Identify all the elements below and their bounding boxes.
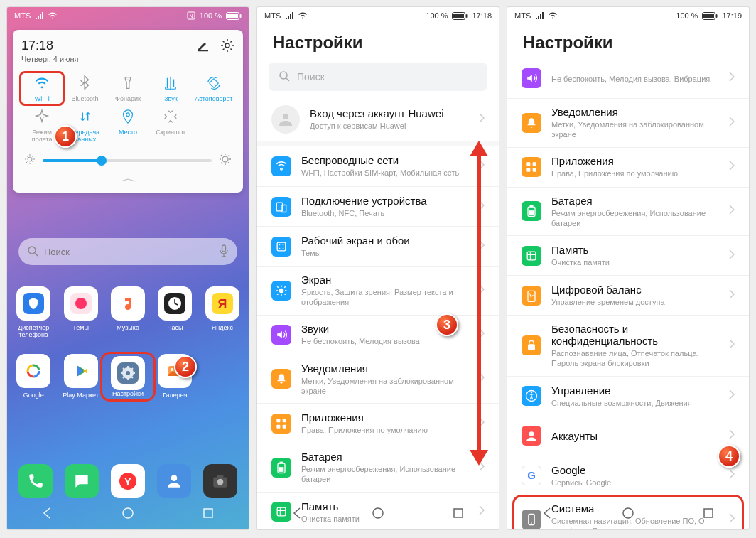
svg-rect-51 [277, 242, 286, 251]
settings-highlight: Настройки [100, 352, 156, 402]
svg-text:N: N [189, 14, 193, 18]
settings-list[interactable]: Не беспокоить, Мелодия вызова, ВибрацияУ… [507, 58, 749, 529]
tile-wifi[interactable]: Wi-Fi [21, 73, 63, 104]
edit-icon[interactable] [196, 38, 210, 55]
page-title: Настройки [507, 24, 749, 58]
settings-row-battery[interactable]: БатареяРежим энергосбережения, Использов… [257, 443, 499, 492]
chevron-right-icon [729, 339, 735, 352]
settings-row-memory[interactable]: ПамятьОчистка памяти [507, 235, 749, 275]
accounts-icon [522, 426, 541, 446]
memory-icon [522, 246, 541, 266]
nav-recents-icon[interactable] [701, 505, 716, 524]
nav-home-icon[interactable] [620, 505, 636, 524]
settings-row-accounts[interactable]: Аккаунты [507, 416, 749, 456]
nav-home-icon[interactable] [370, 505, 386, 524]
app-диспетчер-телефона[interactable]: Диспетчер телефона [10, 286, 57, 338]
settings-row-sounds-partial[interactable]: Не беспокоить, Мелодия вызова, Вибрация [507, 58, 749, 98]
settings-row-google[interactable]: GGoogleСервисы Google [507, 456, 749, 495]
svg-rect-87 [704, 509, 713, 517]
chevron-right-icon [479, 372, 485, 385]
settings-row-wireless[interactable]: Беспроводные сетиWi-Fi, Настройки SIM-ка… [257, 146, 499, 186]
app-label: Часы [167, 324, 183, 331]
settings-search[interactable]: Поиск [269, 63, 487, 91]
devices-icon [271, 197, 291, 217]
chevron-right-icon [729, 469, 735, 482]
svg-rect-60 [283, 424, 286, 428]
settings-row-battery[interactable]: БатареяРежим энергосбережения, Использов… [507, 187, 749, 236]
app-настройки[interactable]: Настройки [104, 354, 151, 399]
row-subtitle: Специальные возможности, Движения [551, 398, 719, 408]
signal-icon [535, 12, 544, 19]
settings-row-devices[interactable]: Подключение устройстваBluetooth, NFC, Пе… [257, 186, 499, 226]
tile-label: Скриншот [156, 129, 186, 136]
app-label: Диспетчер телефона [10, 324, 57, 338]
panel-handle[interactable] [21, 173, 234, 185]
app-яндекс[interactable]: ЯЯндекс [199, 286, 246, 338]
app-google[interactable]: Google [10, 354, 57, 399]
app-часы[interactable]: Часы [151, 286, 198, 338]
tile-sound[interactable]: Звук [150, 73, 191, 104]
app-icon: Я [205, 286, 239, 321]
settings-row-digital[interactable]: Цифровой балансУправление временем досту… [507, 275, 749, 315]
nav-home-icon[interactable] [120, 505, 136, 524]
row-title: Google [551, 464, 719, 476]
app-темы[interactable]: Темы [57, 286, 104, 338]
nav-recents-icon[interactable] [200, 505, 216, 524]
settings-row-home[interactable]: Рабочий экран и обоиТемы [257, 226, 499, 266]
chevron-right-icon [479, 200, 485, 213]
notifications-icon [271, 369, 291, 389]
tile-autorotate[interactable]: Автоповорот [193, 73, 234, 104]
security-icon [522, 335, 541, 355]
dock-browser[interactable]: Y [105, 464, 151, 498]
nav-back-icon[interactable] [540, 505, 556, 524]
row-subtitle: Права, Приложения по умолчанию [551, 168, 719, 178]
brightness-slider[interactable] [43, 159, 212, 162]
search-placeholder: Поиск [297, 71, 325, 82]
google-icon: G [522, 466, 541, 485]
dock-contacts[interactable] [151, 464, 197, 498]
svg-point-38 [171, 475, 177, 481]
settings-row-apps[interactable]: ПриложенияПрава, Приложения по умолчанию [507, 147, 749, 187]
svg-point-53 [283, 244, 284, 245]
nav-back-icon[interactable] [290, 505, 306, 524]
tile-flashlight[interactable]: Фонарик [107, 73, 148, 104]
dock-messages[interactable] [59, 464, 105, 498]
svg-rect-57 [276, 419, 280, 422]
tile-screenshot[interactable]: Скриншот [150, 107, 191, 144]
dock-camera[interactable] [197, 464, 243, 498]
app-play-маркет[interactable]: Play Маркет [57, 354, 104, 399]
mic-icon[interactable] [219, 244, 229, 259]
svg-rect-75 [530, 205, 534, 208]
bluetooth-icon [77, 75, 94, 92]
svg-point-55 [283, 247, 284, 249]
svg-point-52 [279, 244, 281, 245]
settings-row-notifications[interactable]: УведомленияМетки, Уведомления на заблоки… [257, 355, 499, 404]
row-subtitle: Управление временем доступа [551, 297, 719, 307]
settings-row-security[interactable]: Безопасность и конфиденциальностьРаспозн… [507, 315, 749, 376]
svg-point-9 [126, 113, 130, 117]
row-title: Батарея [301, 451, 469, 463]
tile-bluetooth[interactable]: Bluetooth [64, 73, 105, 104]
svg-point-47 [280, 72, 287, 79]
settings-row-apps[interactable]: ПриложенияПрава, Приложения по умолчанию [257, 403, 499, 443]
tile-location[interactable]: Место [107, 107, 148, 144]
status-bar: MTS 100 % 17:18 [257, 7, 499, 24]
row-subtitle: Права, Приложения по умолчанию [301, 425, 469, 435]
home-search-bar[interactable]: Поиск [18, 238, 237, 265]
settings-row-sounds[interactable]: ЗвукиНе беспокоить, Мелодия вызова [257, 315, 499, 355]
dock-phone[interactable] [13, 464, 59, 498]
settings-row-accessibility[interactable]: УправлениеСпециальные возможности, Движе… [507, 376, 749, 416]
settings-row-display[interactable]: ЭкранЯркость, Защита зрения, Размер текс… [257, 266, 499, 315]
huawei-account-row[interactable]: Вход через аккаунт Huawei Доступ к серви… [257, 98, 499, 141]
svg-point-32 [126, 371, 130, 375]
settings-list[interactable]: Вход через аккаунт Huawei Доступ к серви… [257, 98, 499, 529]
nav-back-icon[interactable] [40, 505, 55, 524]
settings-row-notifications[interactable]: УведомленияМетки, Уведомления на заблоки… [507, 98, 749, 147]
nav-recents-icon[interactable] [450, 505, 466, 524]
screenshot-icon [162, 108, 179, 125]
annotation-2: 2 [174, 355, 197, 378]
status-bar: MTS 100 % 17:19 [507, 7, 749, 24]
mobile-data-icon [77, 108, 94, 125]
gear-icon[interactable] [220, 38, 234, 55]
app-музыка[interactable]: Музыка [104, 286, 151, 338]
